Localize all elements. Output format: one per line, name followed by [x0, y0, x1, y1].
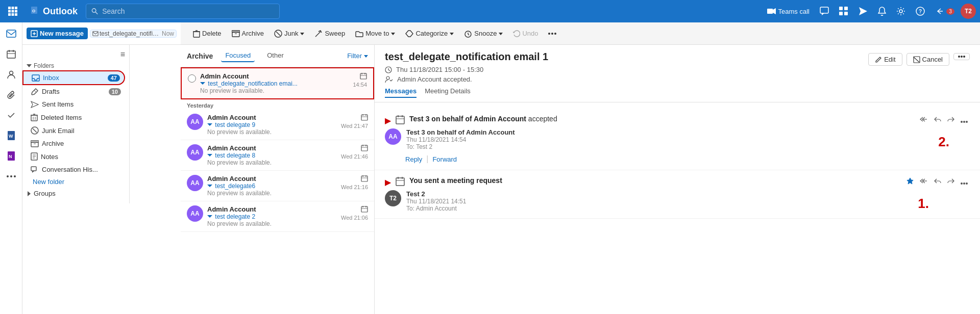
folder-archive[interactable]: Archive	[22, 137, 125, 150]
sidebar-mail-button[interactable]	[2, 24, 20, 43]
more-btn-2[interactable]	[959, 177, 970, 187]
toolbar-archive-button[interactable]: Archive	[228, 28, 268, 39]
chevron-right-icon	[27, 191, 32, 196]
collapse-sidebar-button[interactable]: ≡	[120, 50, 125, 59]
trash-icon	[31, 113, 38, 121]
number-label-2: 2.	[938, 134, 949, 150]
reply-all-btn-1[interactable]	[918, 115, 930, 125]
message-body-1: AA Test 3 on behalf of Admin Account Thu…	[385, 128, 970, 150]
toolbar-categorize-button[interactable]: Categorize	[401, 28, 458, 39]
send-button[interactable]	[854, 5, 872, 18]
teams-call-button[interactable]: Teams call	[763, 6, 814, 17]
folder-junk[interactable]: Junk Email	[22, 124, 125, 137]
bell-icon	[878, 7, 886, 16]
more-btn-1[interactable]	[959, 115, 970, 125]
svg-line-53	[33, 128, 37, 133]
conversation-icon	[31, 166, 39, 173]
thread-expand-icon	[200, 81, 205, 86]
filter-button[interactable]: Filter	[347, 52, 368, 60]
drafts-icon	[31, 88, 39, 95]
toolbar-undo-button[interactable]: Undo	[509, 28, 542, 39]
edit-button[interactable]: Edit	[868, 53, 902, 66]
toolbar-delete-button[interactable]: Delete	[189, 28, 226, 40]
sidebar-more-button[interactable]	[2, 167, 20, 186]
sidebar-onenote-button[interactable]: N	[2, 147, 20, 165]
email-from-3: Admin Account	[207, 144, 337, 152]
email-meta-5: Wed 21:06	[341, 205, 368, 221]
messages-tab[interactable]: Messages	[385, 87, 416, 98]
folder-conversation[interactable]: Conversation His...	[22, 163, 125, 176]
attendee-icon	[385, 76, 393, 83]
email-subject-2: test delegate 9	[207, 121, 337, 128]
settings-button[interactable]	[892, 5, 910, 18]
toolbar-junk-button[interactable]: Junk	[270, 28, 308, 40]
email-preview-2: No preview is available.	[207, 128, 337, 136]
svg-line-71	[276, 32, 280, 36]
reply-btn-2[interactable]	[932, 176, 943, 187]
reply-action-btn-1[interactable]: Reply	[405, 154, 422, 164]
email-item-5[interactable]: AA Admin Account test delegate 2 No prev…	[181, 201, 374, 232]
reading-more-button[interactable]	[953, 53, 970, 60]
toolbar-sweep-button[interactable]: Sweep	[310, 28, 349, 40]
search-input[interactable]	[102, 7, 274, 15]
folders-header[interactable]: Folders	[22, 60, 129, 70]
toolbar-snooze-button[interactable]: Snooze	[460, 28, 507, 40]
email-item-4[interactable]: AA Admin Account test_delegate6 No previ…	[181, 171, 374, 201]
toolbar-moveto-button[interactable]: Move to	[351, 28, 399, 39]
svg-rect-19	[839, 12, 843, 15]
notification-mail-icon	[92, 31, 99, 37]
folder-sidebar: ≡ Folders Inbox 47 Drafts 10 Sen	[22, 45, 130, 203]
svg-rect-18	[839, 7, 843, 10]
help-button[interactable]: ?	[912, 5, 929, 18]
folder-drafts[interactable]: Drafts 10	[22, 85, 125, 98]
toolbar-junk-icon	[274, 30, 282, 38]
forward-btn-2[interactable]	[945, 176, 957, 187]
apps-button[interactable]	[835, 5, 852, 18]
notifications-button[interactable]	[874, 5, 890, 18]
toolbar-more-button[interactable]	[544, 31, 560, 37]
reply-btn-1[interactable]	[932, 115, 943, 125]
groups-header[interactable]: Groups	[22, 188, 129, 199]
chat-button[interactable]	[816, 5, 833, 18]
other-tab[interactable]: Other	[263, 49, 288, 62]
sidebar-word-button[interactable]: W	[2, 126, 20, 145]
email-select-radio-1[interactable]	[188, 74, 196, 83]
new-message-button[interactable]: New message	[27, 28, 88, 39]
email-item-3[interactable]: AA Admin Account test delegate 8 No prev…	[181, 140, 374, 171]
svg-marker-72	[300, 33, 304, 35]
reply-all-btn-2[interactable]	[918, 176, 930, 187]
email-item-2[interactable]: AA Admin Account test delegate 9 No prev…	[181, 110, 374, 140]
user-avatar[interactable]: T2	[961, 4, 976, 19]
folder-sent[interactable]: Sent Items	[22, 98, 125, 111]
sidebar-people-button[interactable]	[2, 65, 20, 84]
folder-inbox[interactable]: Inbox 47	[22, 70, 125, 85]
back-button[interactable]: 3	[931, 5, 959, 18]
svg-text:W: W	[9, 134, 13, 139]
focused-tab[interactable]: Focused	[221, 49, 255, 62]
search-box[interactable]	[86, 4, 280, 19]
meeting-details-tab[interactable]: Meeting Details	[425, 87, 471, 98]
svg-rect-47	[31, 115, 37, 121]
svg-text:?: ?	[919, 9, 922, 14]
reading-tabs: Messages Meeting Details	[385, 87, 868, 98]
svg-rect-2	[15, 7, 17, 9]
email-time-1: 14:54	[353, 82, 367, 88]
folder-deleted[interactable]: Deleted Items	[22, 111, 125, 124]
folder-notes[interactable]: Notes	[22, 150, 125, 163]
favorite-btn-2[interactable]	[904, 176, 916, 187]
app-launcher-button[interactable]	[4, 5, 21, 18]
forward-action-btn-1[interactable]: Forward	[432, 154, 457, 164]
snooze-chevron-icon	[499, 32, 503, 36]
sidebar-tasks-button[interactable]	[2, 106, 20, 124]
sidebar-attachments-button[interactable]	[2, 86, 20, 104]
sidebar-calendar-button[interactable]	[2, 45, 20, 63]
cancel-button[interactable]: Cancel	[906, 53, 949, 66]
people-icon	[7, 70, 16, 79]
archive-icon	[31, 140, 39, 147]
topbar-notification[interactable]: test_delegate_notification em Now	[90, 30, 177, 38]
email-item-1[interactable]: Admin Account test_delegate_notification…	[181, 67, 374, 99]
svg-rect-84	[360, 73, 366, 79]
new-folder-link[interactable]: New folder	[22, 176, 129, 188]
forward-btn-1[interactable]	[945, 115, 957, 125]
word-icon: W	[7, 130, 16, 141]
